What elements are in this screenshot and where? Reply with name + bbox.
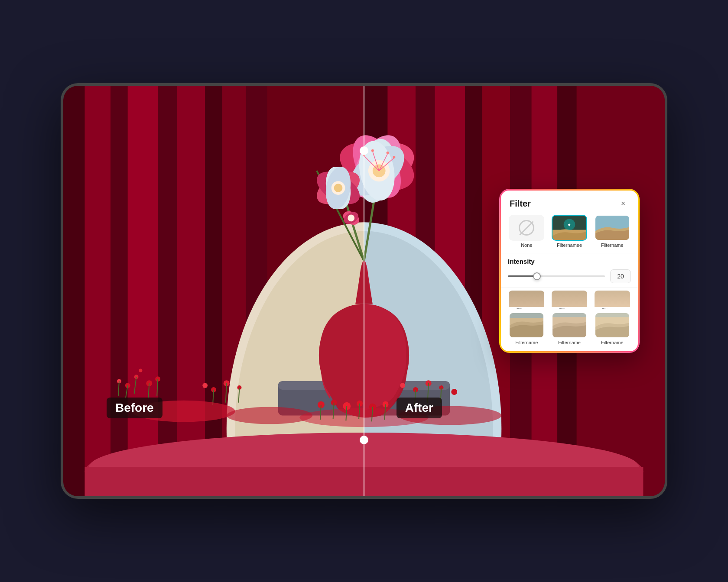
filter-label-2: Filtername xyxy=(601,242,624,248)
svg-point-55 xyxy=(348,215,354,222)
filter-label-partial-2: Filtername xyxy=(559,308,579,309)
filter-label-none: None xyxy=(521,242,532,248)
intensity-section: Intensity 20 xyxy=(501,253,638,288)
filter-thumb-none xyxy=(509,215,544,241)
svg-rect-114 xyxy=(552,313,586,317)
svg-rect-5 xyxy=(158,86,177,496)
image-canvas: Before After Filter × xyxy=(63,86,665,496)
after-label: After xyxy=(396,398,442,418)
svg-rect-1 xyxy=(63,86,85,496)
filter-thumb-bottom-3 xyxy=(595,312,630,338)
svg-point-57 xyxy=(387,152,389,154)
filter-label-partial-3: Filtername xyxy=(602,308,622,309)
svg-point-85 xyxy=(400,383,405,388)
svg-rect-4 xyxy=(128,86,158,496)
filter-item-2[interactable]: Filtername xyxy=(592,215,632,248)
svg-rect-112 xyxy=(510,313,543,318)
filter-grid-bottom: Filtername Filtername xyxy=(501,309,638,351)
intensity-value[interactable]: 20 xyxy=(610,269,631,283)
filter-label-bottom-2: Filtername xyxy=(558,340,581,345)
filter-label-partial-1: Filtername xyxy=(517,308,537,309)
filter-item-partial-2[interactable]: Filtername xyxy=(550,291,589,309)
svg-point-86 xyxy=(451,389,457,395)
filter-item-partial-1[interactable]: Filtername xyxy=(507,291,546,309)
intensity-label: Intensity xyxy=(508,258,631,265)
device-frame: Before After Filter × xyxy=(61,83,667,499)
filter-item-partial-3[interactable]: Filtername xyxy=(592,291,632,309)
divider-handle-top[interactable] xyxy=(360,146,368,155)
filter-panel: Filter × None xyxy=(500,190,639,352)
compare-divider[interactable] xyxy=(364,86,364,496)
intensity-slider[interactable] xyxy=(508,275,605,277)
filter-close-button[interactable]: × xyxy=(617,197,629,210)
filter-item-bottom-1[interactable]: Filtername xyxy=(507,312,546,345)
filter-item-none[interactable]: None xyxy=(507,215,546,248)
svg-point-91 xyxy=(227,407,312,424)
svg-point-59 xyxy=(371,149,374,152)
filter-grid-top: None xyxy=(501,215,638,252)
filter-label-bottom-3: Filtername xyxy=(601,340,624,345)
filter-panel-inner: Filter × None xyxy=(501,191,638,351)
filter-panel-header: Filter × xyxy=(501,191,638,215)
svg-rect-7 xyxy=(205,86,222,496)
filter-item-bottom-2[interactable]: Filtername xyxy=(550,312,589,345)
filter-thumb-partial-3 xyxy=(595,291,630,307)
filter-thumb-partial-2 xyxy=(552,291,587,307)
slider-thumb[interactable] xyxy=(533,272,541,280)
slider-fill xyxy=(508,275,537,277)
divider-handle-bottom[interactable] xyxy=(360,436,368,444)
svg-rect-116 xyxy=(595,313,629,317)
filter-panel-title: Filter xyxy=(510,199,531,209)
filter-thumb-partial-1 xyxy=(509,291,544,307)
intensity-row: 20 xyxy=(508,269,631,283)
svg-text:✦: ✦ xyxy=(567,222,572,228)
filter-thumb-2 xyxy=(595,215,630,241)
filter-label-bottom-1: Filtername xyxy=(515,340,538,345)
filter-thumb-1: ✦ xyxy=(552,215,587,241)
svg-rect-6 xyxy=(177,86,205,496)
svg-rect-2 xyxy=(85,86,110,496)
before-label: Before xyxy=(107,398,162,418)
no-filter-icon xyxy=(519,220,534,236)
filter-item-1[interactable]: ✦ Filternamee xyxy=(550,215,589,248)
filter-item-bottom-3[interactable]: Filtername xyxy=(592,312,632,345)
filter-grid-partial: Filtername Filtername Filtername xyxy=(501,289,638,309)
svg-point-69 xyxy=(139,369,142,372)
filter-thumb-bottom-1 xyxy=(509,312,544,338)
svg-point-78 xyxy=(202,383,208,388)
filter-thumb-bottom-2 xyxy=(552,312,587,338)
svg-point-52 xyxy=(334,184,343,192)
svg-point-61 xyxy=(393,156,395,158)
svg-rect-3 xyxy=(110,86,128,496)
filter-label-1: Filternamee xyxy=(557,242,582,248)
